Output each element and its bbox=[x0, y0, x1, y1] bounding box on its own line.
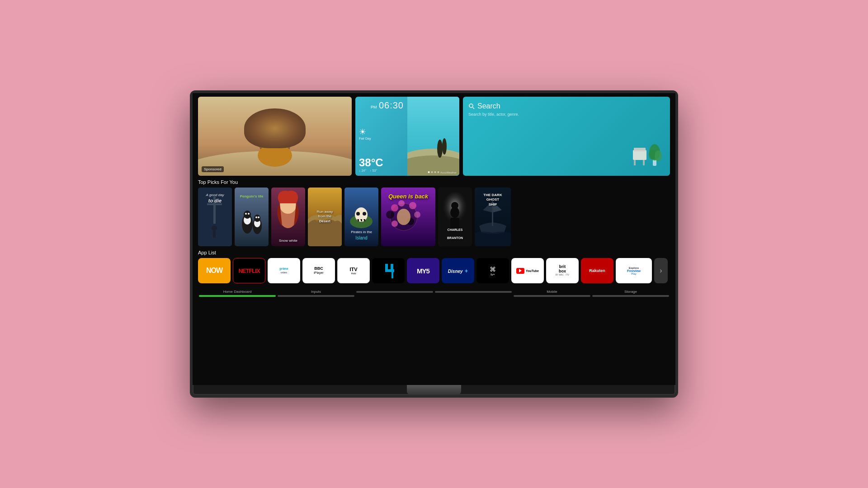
top-picks-row: A good day to die bbox=[198, 188, 670, 246]
svg-point-36 bbox=[254, 215, 260, 222]
app-tile-disney[interactable]: Disney + bbox=[442, 258, 474, 283]
bottom-nav: Home Dashboard Inputs Mobile Storage bbox=[198, 288, 670, 299]
hero-banner[interactable]: Sponsored bbox=[198, 97, 352, 176]
app-tile-more[interactable]: › bbox=[654, 258, 668, 283]
svg-point-33 bbox=[248, 213, 250, 215]
nav-home-label: Home Dashboard bbox=[223, 290, 252, 294]
top-picks-label: Top Picks For You bbox=[198, 179, 670, 185]
rakuten-label: Rakuten bbox=[589, 268, 605, 273]
svg-rect-4 bbox=[265, 139, 273, 144]
nav-4-bar bbox=[435, 291, 512, 293]
app-tile-youtube[interactable]: YouTube bbox=[511, 258, 544, 283]
app-tile-prime[interactable]: prime video bbox=[268, 258, 300, 283]
weather-temp: 38°C bbox=[359, 156, 404, 169]
hero-image bbox=[198, 97, 352, 176]
svg-point-57 bbox=[392, 221, 398, 227]
pick-card-good-day[interactable]: A good day to die bbox=[198, 188, 232, 246]
svg-rect-67 bbox=[392, 276, 393, 278]
weather-time: 06:30 bbox=[379, 100, 404, 110]
nav-storage[interactable]: Storage bbox=[591, 288, 670, 299]
app-tile-bbc[interactable]: BBC iPlayer bbox=[302, 258, 335, 283]
pick-card-penguins[interactable]: Penguin's life bbox=[235, 188, 269, 246]
pick-card-desert[interactable]: Run awayfrom theDesert bbox=[308, 188, 342, 246]
svg-point-53 bbox=[386, 211, 394, 219]
svg-point-7 bbox=[258, 144, 292, 167]
svg-rect-27 bbox=[213, 231, 216, 238]
app-tile-britbox[interactable]: brit box BY BBC · ITV bbox=[546, 258, 579, 283]
app-tile-itv[interactable]: ITV Hub bbox=[337, 258, 370, 283]
svg-rect-15 bbox=[633, 150, 646, 160]
search-icon bbox=[468, 103, 475, 109]
penguins-top-text: Penguin's life bbox=[235, 191, 269, 199]
dot-4 bbox=[437, 171, 439, 173]
nav-mobile-bar bbox=[514, 295, 590, 297]
dot-1 bbox=[428, 171, 429, 173]
app-tile-freeview[interactable]: Explore Freeview Play bbox=[616, 258, 652, 283]
svg-point-21 bbox=[655, 150, 662, 161]
app-tile-rakuten[interactable]: Rakuten bbox=[581, 258, 613, 283]
nav-mobile[interactable]: Mobile bbox=[513, 288, 591, 299]
svg-point-58 bbox=[397, 209, 410, 225]
nav-storage-label: Storage bbox=[624, 290, 637, 294]
nav-item-4[interactable] bbox=[434, 288, 513, 299]
now-label: NOW bbox=[206, 267, 222, 275]
app-tile-netflix[interactable]: NETFLIX bbox=[233, 258, 265, 283]
svg-point-46 bbox=[356, 212, 360, 216]
app-tile-appletv[interactable]: ⌘ tv+ bbox=[476, 258, 509, 283]
appletv-label: ⌘ tv+ bbox=[490, 266, 496, 276]
desert-text: Run awayfrom theDesert bbox=[308, 208, 342, 225]
app-list-label: App List bbox=[198, 250, 670, 255]
more-arrow: › bbox=[660, 267, 662, 275]
netflix-label: NETFLIX bbox=[238, 267, 259, 274]
pick-card-charles[interactable]: CHARLES BRANTON bbox=[438, 188, 472, 246]
svg-point-12 bbox=[442, 138, 447, 155]
dot-2 bbox=[431, 171, 433, 173]
nav-3-bar bbox=[356, 291, 433, 293]
sponsored-badge: Sponsored bbox=[202, 166, 224, 172]
app-tile-channel4[interactable] bbox=[372, 258, 405, 283]
svg-point-51 bbox=[391, 204, 398, 211]
snow-white-text: Snow white bbox=[271, 235, 305, 244]
svg-point-37 bbox=[255, 216, 257, 218]
svg-rect-17 bbox=[634, 160, 636, 165]
pick-card-snow-white[interactable]: Snow white bbox=[271, 188, 305, 246]
app-tile-now[interactable]: NOW bbox=[198, 258, 231, 283]
nav-home-dashboard[interactable]: Home Dashboard bbox=[198, 288, 277, 299]
svg-marker-66 bbox=[385, 264, 394, 276]
pick-card-pirates[interactable]: Pirates in theIsland bbox=[344, 188, 378, 246]
svg-rect-18 bbox=[643, 160, 645, 165]
app-tile-my5[interactable]: MY5 bbox=[407, 258, 439, 283]
hero-svg bbox=[198, 97, 352, 176]
good-day-text: A good day to die bbox=[198, 191, 232, 206]
svg-point-11 bbox=[437, 140, 443, 158]
nav-home-bar bbox=[199, 295, 276, 297]
sponsored-text: Sponsored bbox=[204, 167, 222, 171]
tv-stand bbox=[407, 385, 461, 395]
weather-widget[interactable]: PM 06:30 ☀ Fair Day 38°C ↓ 24° ↑ 53° bbox=[355, 97, 459, 176]
nav-inputs-label: Inputs bbox=[311, 290, 321, 294]
landscape-svg bbox=[407, 97, 459, 176]
nav-item-3[interactable] bbox=[355, 288, 434, 299]
nav-mobile-label: Mobile bbox=[547, 290, 557, 294]
search-widget[interactable]: Search Search by title, actor, genre. bbox=[463, 97, 670, 176]
ghost-ship-text: THE DARKGHOSTSHIP bbox=[475, 191, 511, 209]
svg-point-32 bbox=[245, 213, 247, 215]
queen-text: Queen is back bbox=[381, 192, 435, 200]
svg-line-14 bbox=[473, 108, 475, 109]
svg-rect-6 bbox=[272, 140, 276, 143]
pick-card-ghost-ship[interactable]: THE DARKGHOSTSHIP bbox=[475, 188, 511, 246]
svg-point-22 bbox=[649, 150, 655, 160]
my5-label: MY5 bbox=[417, 267, 429, 275]
bbc-label: BBC iPlayer bbox=[314, 267, 323, 275]
pick-card-queen[interactable]: Queen is back bbox=[381, 188, 435, 246]
search-title-row: Search bbox=[468, 102, 665, 110]
search-label: Search bbox=[477, 102, 500, 110]
search-decoration bbox=[629, 134, 665, 172]
top-picks-section: Top Picks For You A good day bbox=[198, 179, 670, 250]
dot-3 bbox=[434, 171, 436, 173]
app-list-section: App List NOW NETFLIX prime video bbox=[198, 250, 670, 283]
itv-label: ITV Hub bbox=[349, 267, 357, 275]
nav-inputs[interactable]: Inputs bbox=[277, 288, 355, 299]
nav-storage-bar bbox=[592, 295, 669, 297]
weather-range: ↓ 24° ↑ 53° bbox=[359, 169, 404, 172]
